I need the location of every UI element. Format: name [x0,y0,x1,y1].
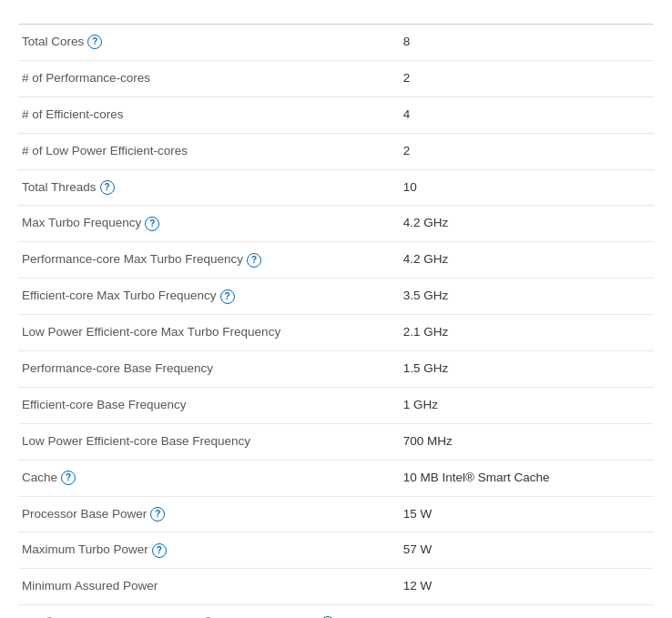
spec-value: 10 MB Intel® Smart Cache [400,460,654,496]
spec-label: # of Performance-cores [18,60,400,96]
table-row: Max Turbo Frequency?4.2 GHz [18,206,654,242]
spec-label: Intel® Deep Learning Boost (Intel® DL Bo… [18,605,400,618]
spec-label: Efficient-core Base Frequency [18,387,400,423]
spec-label-text: Performance-core Max Turbo Frequency [22,252,243,266]
spec-value: 4 [400,96,654,133]
spec-value: 57 W [400,532,654,569]
spec-label-text: # of Efficient-cores [22,107,124,121]
table-row: Performance-core Base Frequency1.5 GHz [18,351,654,388]
spec-label-text: Minimum Assured Power [22,579,158,593]
help-icon[interactable]: ? [61,471,76,485]
spec-label-text: Processor Base Power [22,507,147,521]
spec-value: 4.2 GHz [400,242,654,279]
page-title [18,15,654,25]
spec-label: # of Efficient-cores [18,96,400,133]
spec-label-text: Low Power Efficient-core Base Frequency [22,434,250,448]
help-icon[interactable]: ? [150,507,165,522]
table-row: Low Power Efficient-core Max Turbo Frequ… [18,315,654,351]
spec-label-text: Maximum Turbo Power [22,542,148,556]
spec-value: 3.5 GHz [400,279,654,315]
spec-label: Maximum Turbo Power? [18,532,400,569]
spec-label: Efficient-core Max Turbo Frequency? [18,279,400,315]
table-row: Total Cores?8 [18,25,654,60]
spec-value: 2.1 GHz [400,315,654,351]
spec-label-text: Cache [22,471,57,484]
spec-label: Cache? [18,460,400,496]
help-icon[interactable]: ? [87,35,102,49]
spec-value: 700 MHz [400,423,654,460]
help-icon[interactable]: ? [220,289,235,304]
help-icon[interactable]: ? [100,180,115,195]
spec-value: 2 [400,133,654,169]
table-row: Cache?10 MB Intel® Smart Cache [18,460,654,496]
table-row: Minimum Assured Power12 W [18,569,654,605]
spec-label: Max Turbo Frequency? [18,206,400,242]
spec-label: Performance-core Base Frequency [18,351,400,388]
table-row: Efficient-core Max Turbo Frequency?3.5 G… [18,279,654,315]
spec-label-text: Total Threads [22,180,97,194]
spec-label: # of Low Power Efficient-cores [18,133,400,169]
table-row: Low Power Efficient-core Base Frequency7… [18,423,654,460]
table-row: Processor Base Power?15 W [18,496,654,532]
spec-label-text: Low Power Efficient-core Max Turbo Frequ… [22,325,280,339]
spec-label: Low Power Efficient-core Base Frequency [18,423,400,460]
spec-label: Processor Base Power? [18,496,400,532]
spec-value: 10 [400,169,654,206]
help-icon[interactable]: ? [247,253,261,268]
spec-label: Total Threads? [18,169,400,206]
table-row: Intel® Deep Learning Boost (Intel® DL Bo… [18,605,654,618]
table-row: # of Efficient-cores4 [18,96,654,133]
table-row: # of Performance-cores2 [18,60,654,96]
table-row: # of Low Power Efficient-cores2 [18,133,654,169]
spec-label-text: Efficient-core Base Frequency [22,398,187,411]
table-row: Total Threads?10 [18,169,654,206]
spec-label: Minimum Assured Power [18,569,400,605]
spec-table: Total Cores?8# of Performance-cores2# of… [18,25,654,618]
spec-label-text: Efficient-core Max Turbo Frequency [22,289,217,302]
spec-value: 1.5 GHz [400,351,654,388]
help-icon[interactable]: ? [145,217,159,231]
table-row: Performance-core Max Turbo Frequency?4.2… [18,242,654,279]
spec-label: Total Cores? [18,25,400,60]
spec-value: Yes [400,605,654,618]
spec-label-text: Performance-core Base Frequency [22,361,213,375]
spec-value: 15 W [400,496,654,532]
spec-label: Low Power Efficient-core Max Turbo Frequ… [18,315,400,351]
table-row: Maximum Turbo Power?57 W [18,532,654,569]
spec-value: 1 GHz [400,387,654,423]
table-row: Efficient-core Base Frequency1 GHz [18,387,654,423]
spec-value: 2 [400,60,654,96]
help-icon[interactable]: ? [152,543,167,558]
spec-label: Performance-core Max Turbo Frequency? [18,242,400,279]
spec-label-text: Total Cores [22,35,84,48]
spec-value: 12 W [400,569,654,605]
spec-label-text: Max Turbo Frequency [22,216,141,229]
spec-label-text: # of Performance-cores [22,71,150,85]
spec-value: 4.2 GHz [400,206,654,242]
spec-label-text: # of Low Power Efficient-cores [22,144,188,157]
spec-value: 8 [400,25,654,60]
